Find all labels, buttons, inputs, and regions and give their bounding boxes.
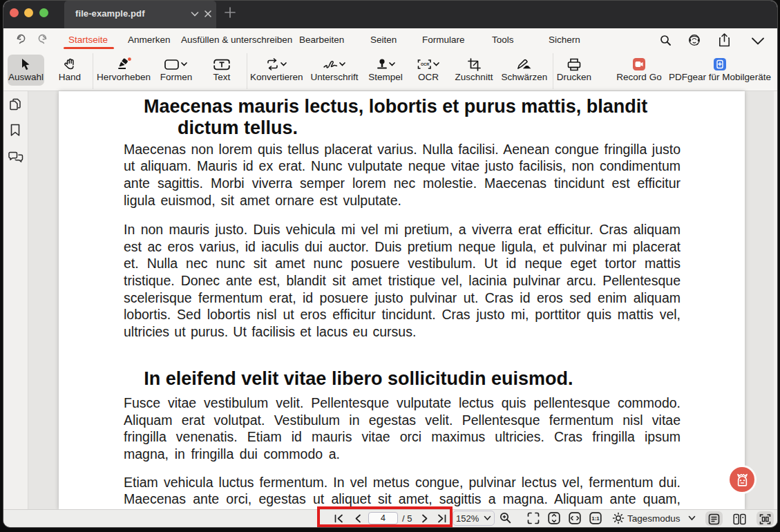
svg-text:1:1: 1:1 — [591, 515, 600, 522]
svg-text:OCR: OCR — [421, 62, 429, 66]
